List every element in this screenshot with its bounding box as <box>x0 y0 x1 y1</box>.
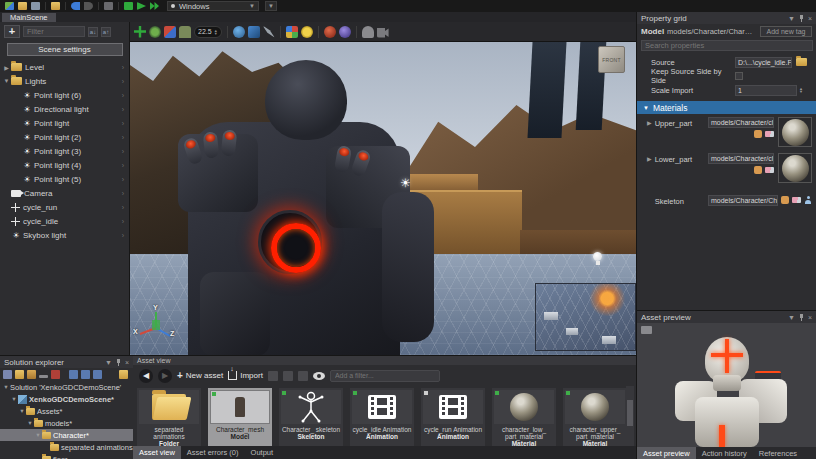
material-sphere-icon[interactable] <box>324 26 336 38</box>
asset-tile-character-upper-material[interactable]: character_upper_ part_material Material <box>563 388 627 448</box>
asset-preview-viewport[interactable] <box>637 323 816 447</box>
new-asset-button[interactable]: + New asset <box>177 370 223 381</box>
windows-combo[interactable]: Windows ▼ <box>167 1 259 11</box>
expander-icon[interactable] <box>10 396 18 402</box>
build-icon[interactable] <box>124 2 133 10</box>
tree-item-lights[interactable]: Lights <box>0 74 129 88</box>
source-field[interactable]: D:\...\cycle_idle.FBX <box>735 57 792 68</box>
skeleton-icon[interactable] <box>804 196 812 204</box>
browse-folder-icon[interactable] <box>796 58 807 66</box>
expander-icon[interactable] <box>34 432 42 438</box>
open-project-icon[interactable] <box>18 2 27 10</box>
tree-item-cycle-run[interactable]: cycle_run <box>0 200 129 214</box>
tree-item-point-light-2[interactable]: ☀Point light (2) <box>0 130 129 144</box>
gizmo-settings-icon[interactable] <box>362 26 374 38</box>
spinner-icon[interactable]: ▲▼ <box>214 29 218 35</box>
asset-tile-separated-animations[interactable]: separated animations Folder <box>137 388 201 448</box>
tree-item-point-light-4[interactable]: ☀Point light (4) <box>0 158 129 172</box>
asset-filter-input[interactable] <box>330 370 440 382</box>
scene-settings-button[interactable]: Scene settings <box>7 43 123 56</box>
light-gizmo-sun-icon[interactable]: ☀ <box>400 176 411 190</box>
tree-item-point-light-5[interactable]: ☀Point light (5) <box>0 172 129 186</box>
fast-forward-icon[interactable] <box>150 2 159 10</box>
back-button[interactable]: ◀ <box>139 369 153 383</box>
lighting-icon[interactable] <box>301 26 313 38</box>
add-icon[interactable] <box>134 26 146 38</box>
sort-desc-icon[interactable] <box>93 370 102 379</box>
pick-icon[interactable] <box>754 166 762 174</box>
save-icon[interactable] <box>31 2 40 10</box>
asset-tile-character-mesh[interactable]: Character_mesh Model <box>208 388 272 448</box>
pin-icon[interactable] <box>799 314 804 321</box>
materials-section-header[interactable]: ▼ Materials <box>637 101 816 114</box>
tab-asset-view[interactable]: Asset view <box>133 446 181 459</box>
camera-settings-icon[interactable] <box>377 26 389 38</box>
tree-item-floor[interactable]: floor <box>0 453 133 459</box>
tree-item-models[interactable]: models* <box>0 417 133 429</box>
pick-icon[interactable] <box>781 196 789 204</box>
cursor-icon[interactable] <box>263 26 275 38</box>
asset-tile-character-skeleton[interactable]: Character_ skeleton Skeleton <box>279 388 343 448</box>
clear-icon[interactable] <box>765 167 774 173</box>
skeleton-field[interactable]: models/Character/Cha <box>708 195 778 206</box>
expander-icon[interactable] <box>18 408 26 414</box>
pick-icon[interactable] <box>754 130 762 138</box>
scale-import-field[interactable]: 1 <box>735 85 797 96</box>
asset-tile-cycle-run[interactable]: cycle_run Animation Animation <box>421 388 485 448</box>
screenshot-icon[interactable] <box>641 326 652 334</box>
snap-angle-field[interactable]: 22.5 ▲▼ <box>194 26 222 38</box>
pin-icon[interactable] <box>116 359 121 366</box>
close-icon[interactable]: × <box>808 15 812 22</box>
expander-icon[interactable]: ▶ <box>647 155 655 162</box>
add-new-tag-button[interactable]: Add new tag <box>760 26 812 37</box>
view-options-icon[interactable] <box>313 372 325 380</box>
tab-output[interactable]: Output <box>245 446 280 459</box>
tab-asset-preview[interactable]: Asset preview <box>637 447 696 459</box>
delete-icon[interactable] <box>51 370 60 379</box>
chevron-down-icon[interactable]: ▼ <box>788 314 795 321</box>
close-icon[interactable]: × <box>125 359 129 366</box>
tree-item-project[interactable]: XenkoGDCDemoScene* <box>0 393 133 405</box>
tree-item-separated-animations[interactable]: separated animations <box>0 441 133 453</box>
clear-icon[interactable] <box>792 197 801 203</box>
expander-icon[interactable] <box>26 420 34 426</box>
pin-icon[interactable] <box>799 15 804 22</box>
tree-item-directional-light[interactable]: ☀Directional light <box>0 102 129 116</box>
tree-item-point-light-3[interactable]: ☀Point light (3) <box>0 144 129 158</box>
new-folder-icon[interactable] <box>119 370 128 379</box>
tree-item-point-light[interactable]: ☀Point light <box>0 116 129 130</box>
tree-item-point-light-6[interactable]: ☀Point light (6) <box>0 88 129 102</box>
scrollbar-thumb[interactable] <box>627 400 633 426</box>
scale-gizmo-icon[interactable] <box>164 26 176 38</box>
tab-references[interactable]: References <box>753 447 803 459</box>
stop-icon[interactable] <box>104 2 113 10</box>
lower-part-field[interactable]: models/Character/cha <box>708 153 774 164</box>
tab-asset-errors[interactable]: Asset errors (0) <box>181 446 245 459</box>
sort-za-icon[interactable]: a↑ <box>101 27 111 37</box>
dropdown-button[interactable]: ▼ <box>265 1 277 11</box>
play-icon[interactable] <box>137 2 146 10</box>
collapse-all-icon[interactable] <box>3 370 12 379</box>
close-icon[interactable]: × <box>808 314 812 321</box>
folder-icon[interactable] <box>51 2 60 10</box>
clear-icon[interactable] <box>765 131 774 137</box>
sort-icon[interactable] <box>69 370 78 379</box>
expander-icon[interactable] <box>2 64 11 71</box>
expander-icon[interactable]: ▶ <box>647 119 655 126</box>
asset-view-scrollbar[interactable] <box>626 386 634 446</box>
world-icon[interactable] <box>233 26 245 38</box>
expander-icon[interactable] <box>2 384 10 390</box>
undo-icon[interactable] <box>71 2 80 10</box>
tree-item-skybox-light[interactable]: ☀Skybox light <box>0 228 129 242</box>
tree-item-assets[interactable]: Assets* <box>0 405 133 417</box>
cube-mode-icon[interactable] <box>248 26 260 38</box>
import-button[interactable]: Import <box>228 371 263 380</box>
asset-tile-cycle-idle[interactable]: cycle_idle Animation Animation <box>350 388 414 448</box>
tab-action-history[interactable]: Action history <box>696 447 753 459</box>
add-entity-button[interactable]: + <box>4 25 20 38</box>
expander-icon[interactable] <box>2 78 11 84</box>
snap-magnet-icon[interactable] <box>179 26 191 38</box>
keep-source-checkbox[interactable] <box>735 72 743 80</box>
tree-item-cycle-idle[interactable]: cycle_idle <box>0 214 129 228</box>
tree-item-level[interactable]: Level <box>0 60 129 74</box>
